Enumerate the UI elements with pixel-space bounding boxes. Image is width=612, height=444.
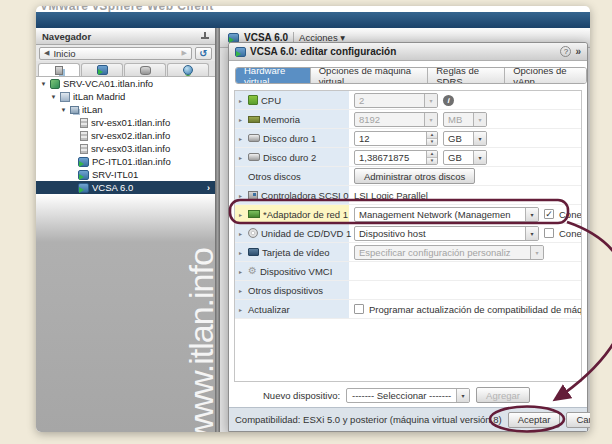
cpu-select[interactable]: 2▾ — [354, 93, 438, 108]
expander-icon[interactable]: ▸ — [239, 154, 245, 161]
conectado-checkbox-unchecked[interactable] — [544, 228, 554, 238]
expand-panel-icon[interactable]: » — [575, 46, 581, 57]
hardware-table: ▸CPU 2▾ i ▸Memoria 8192▾ MB▾ ▸Disc — [234, 90, 582, 382]
pin-icon[interactable] — [201, 32, 209, 41]
tree-item-host3[interactable]: srv-esx03.itlan.info — [36, 142, 215, 155]
spinner-down-icon[interactable]: ▼ — [427, 157, 437, 164]
tab-opciones-maquina[interactable]: Opciones de máquina virtual — [311, 68, 429, 83]
tree-item-vm-srv[interactable]: SRV-ITL01 — [36, 168, 215, 181]
programar-actualizacion-checkbox[interactable] — [354, 304, 364, 314]
disco2-size-input[interactable]: 1,38671875▲▼ — [354, 150, 438, 165]
help-icon[interactable]: ? — [560, 46, 571, 57]
tree-item-vcenter[interactable]: ▼ SRV-VCA01.itlan.info — [36, 77, 215, 90]
tree-item-vm-vcsa-selected[interactable]: VCSA 6.0 › — [36, 181, 215, 194]
tree-item-host1[interactable]: srv-esx01.itlan.info — [36, 116, 215, 129]
caret-down-icon: ▾ — [424, 113, 437, 126]
row-label: Dispositivo VMCI — [260, 266, 332, 277]
tree-item-label: SRV-ITL01 — [92, 169, 138, 180]
row-otros-dispositivos: ▸Otros dispositivos — [235, 281, 581, 300]
tree-item-label: PC-ITL01.itlan.info — [92, 156, 171, 167]
row-label: Memoria — [263, 114, 300, 125]
forward-icon[interactable]: ▶ — [182, 49, 187, 57]
tree-item-label: itLan — [82, 104, 103, 115]
expander-icon[interactable]: ▸ — [239, 249, 245, 256]
row-disco1: ▸Disco duro 1 12▲▼ GB▾ — [235, 129, 581, 148]
expander-icon[interactable]: ▸ — [239, 306, 245, 313]
expander-icon[interactable]: ▸ — [239, 287, 245, 294]
expander-icon[interactable]: ▸ — [239, 97, 245, 104]
caret-down-icon: ▾ — [525, 227, 538, 240]
tree-item-host2[interactable]: srv-esx02.itlan.info — [36, 129, 215, 142]
tree-item-label: SRV-VCA01.itlan.info — [63, 78, 153, 89]
caret-down-icon: ▾ — [456, 389, 469, 402]
row-label: CPU — [261, 95, 281, 106]
expander-icon[interactable]: ▸ — [239, 211, 245, 218]
history-button[interactable]: ↺ — [195, 47, 212, 60]
back-icon[interactable]: ◀ — [44, 49, 49, 57]
page: VMware vSphere Web Client Navegador ◀ In… — [0, 0, 612, 444]
tree-item-datacenter[interactable]: ▼ itLan Madrid — [36, 90, 215, 103]
home-label[interactable]: Inicio — [53, 48, 75, 59]
expander-icon[interactable]: ▼ — [60, 107, 67, 113]
disco1-unit-select[interactable]: GB▾ — [443, 131, 487, 146]
tree-item-vm-pc[interactable]: PC-ITL01.itlan.info — [36, 155, 215, 168]
row-disco2: ▸Disco duro 2 1,38671875▲▼ GB▾ — [235, 148, 581, 167]
cd-dvd-select[interactable]: Dispositivo host▾ — [354, 226, 539, 241]
spinner-down-icon[interactable]: ▼ — [427, 138, 437, 145]
new-device-select[interactable]: ------- Seleccionar -------▾ — [346, 388, 470, 403]
row-label: Disco duro 2 — [263, 152, 316, 163]
aceptar-button[interactable]: Aceptar — [508, 412, 561, 428]
cancelar-button[interactable]: Cancelar — [566, 412, 590, 428]
vm-edit-icon — [235, 47, 246, 57]
caret-down-icon: ▾ — [473, 132, 486, 145]
dialog-tabs: Hardware virtual Opciones de máquina vir… — [235, 67, 587, 84]
network-select[interactable]: Management Network (Managemen▾ — [354, 207, 539, 222]
tab-vms-and-templates[interactable] — [81, 63, 123, 76]
tab-hardware-virtual[interactable]: Hardware virtual — [236, 68, 311, 83]
tab-storage[interactable] — [124, 63, 166, 76]
datacenter-icon — [60, 92, 70, 102]
caret-down-icon: ▾ — [424, 94, 437, 107]
tab-networking[interactable] — [167, 63, 209, 76]
expander-icon[interactable]: ▼ — [50, 94, 57, 100]
expander-icon[interactable]: ▸ — [239, 135, 245, 142]
memoria-unit-select[interactable]: MB▾ — [443, 112, 487, 127]
row-label: Controladora SCSI 0 — [261, 190, 349, 201]
conectado-checkbox-checked[interactable]: ✓ — [544, 209, 554, 219]
tab-opciones-vapp[interactable]: Opciones de vApp — [505, 68, 586, 83]
video-select[interactable]: Especificar configuración personaliz▾ — [354, 245, 544, 260]
expander-icon[interactable]: ▼ — [40, 81, 47, 87]
expander-icon[interactable]: ▸ — [239, 230, 245, 237]
expander-icon[interactable]: ▸ — [239, 268, 245, 275]
info-icon: i — [443, 95, 454, 106]
dialog-titlebar[interactable]: VCSA 6.0: editar configuración ? » — [229, 43, 587, 61]
network-adapter-icon — [248, 210, 260, 218]
edit-settings-dialog: VCSA 6.0: editar configuración ? » Hardw… — [228, 42, 588, 432]
inventory-tabs — [36, 61, 215, 77]
expander-icon[interactable]: ▸ — [239, 192, 245, 199]
row-cpu: ▸CPU 2▾ i — [235, 91, 581, 110]
expander-icon[interactable]: ▸ — [239, 116, 245, 123]
chevron-right-icon[interactable]: › — [207, 183, 215, 193]
agregar-button[interactable]: Agregar — [476, 387, 530, 403]
hosts-clusters-icon — [55, 66, 63, 75]
caret-down-icon: ▾ — [473, 151, 486, 164]
history-icon: ↺ — [199, 48, 207, 59]
tree-item-cluster[interactable]: ▼ itLan — [36, 103, 215, 116]
row-actualizar: ▸Actualizar Programar actualización de c… — [235, 300, 581, 319]
tab-hosts-and-clusters[interactable] — [38, 63, 80, 76]
disco2-unit-select[interactable]: GB▾ — [443, 150, 487, 165]
memoria-select[interactable]: 8192▾ — [354, 112, 438, 127]
cluster-icon — [70, 106, 79, 114]
home-breadcrumb[interactable]: ◀ Inicio ▶ — [39, 47, 192, 60]
compatibility-text: Compatibilidad: ESXi 5.0 y posterior (má… — [235, 414, 502, 425]
tab-reglas-sdrs[interactable]: Reglas de SDRS — [428, 68, 505, 83]
network-globe-icon — [183, 65, 193, 75]
caret-down-icon: ▾ — [530, 246, 543, 259]
tree-item-label: srv-esx01.itlan.info — [91, 117, 170, 128]
vm-icon — [97, 65, 108, 75]
administrar-otros-discos-button[interactable]: Administrar otros discos — [354, 168, 475, 184]
row-label: Otros discos — [248, 171, 301, 182]
dialog-footer: Compatibilidad: ESXi 5.0 y posterior (má… — [229, 407, 587, 431]
disco1-size-input[interactable]: 12▲▼ — [354, 131, 438, 146]
